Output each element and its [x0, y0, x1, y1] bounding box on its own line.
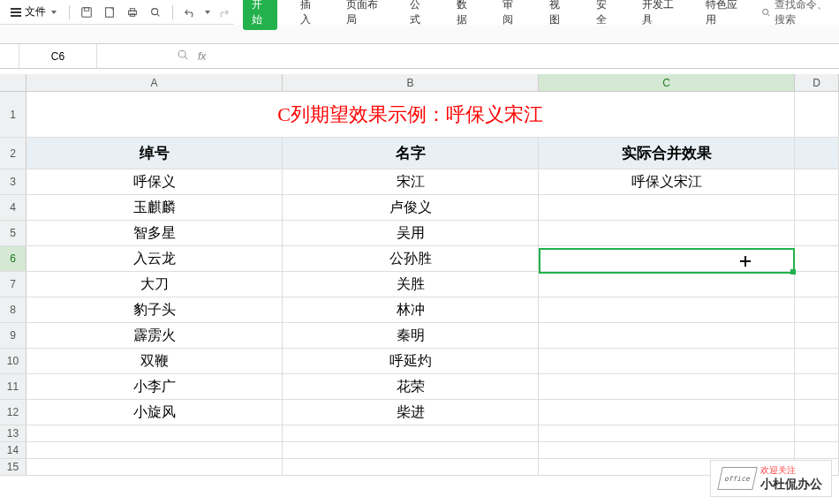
- cell-name[interactable]: 卢俊义: [283, 195, 539, 220]
- row-header[interactable]: 14: [0, 442, 26, 458]
- tab-special[interactable]: 特色应用: [699, 0, 745, 31]
- cell-empty[interactable]: [795, 374, 839, 399]
- cell-result[interactable]: [539, 323, 795, 348]
- col-header-B[interactable]: B: [283, 74, 539, 91]
- row-header[interactable]: 11: [0, 374, 26, 399]
- cell-nickname[interactable]: 霹雳火: [26, 323, 283, 348]
- cell-result[interactable]: [539, 221, 795, 245]
- cell-nickname[interactable]: 大刀: [26, 272, 283, 297]
- file-menu-button[interactable]: 文件: [5, 3, 62, 21]
- cell-empty[interactable]: [795, 297, 839, 322]
- row-header[interactable]: 15: [0, 459, 26, 475]
- tab-review[interactable]: 审阅: [495, 0, 526, 31]
- cell-name[interactable]: 呼延灼: [283, 349, 539, 373]
- cell-nickname[interactable]: 小李广: [26, 374, 283, 399]
- tab-developer[interactable]: 开发工具: [635, 0, 682, 31]
- header-nickname[interactable]: 绰号: [26, 138, 283, 169]
- print-preview-button[interactable]: [100, 3, 119, 22]
- cell-empty[interactable]: [539, 425, 795, 441]
- cell-nickname[interactable]: 入云龙: [26, 246, 283, 271]
- tab-page-layout[interactable]: 页面布局: [339, 0, 386, 31]
- cell-name[interactable]: 柴进: [283, 400, 539, 425]
- cancel-formula-icon[interactable]: [177, 49, 189, 64]
- cell-name[interactable]: 宋江: [283, 169, 539, 194]
- cell-empty[interactable]: [26, 459, 283, 475]
- cell-D1[interactable]: [795, 92, 839, 137]
- col-header-C[interactable]: C: [539, 74, 795, 91]
- cell-result[interactable]: [539, 195, 795, 220]
- cell-name[interactable]: 秦明: [283, 323, 539, 348]
- row-header[interactable]: 12: [0, 400, 26, 425]
- col-header-A[interactable]: A: [26, 74, 283, 91]
- tab-view[interactable]: 视图: [542, 0, 573, 31]
- cell-empty[interactable]: [283, 442, 539, 458]
- redo-button[interactable]: [214, 3, 233, 22]
- cell-empty[interactable]: [283, 425, 539, 441]
- row-header[interactable]: 9: [0, 323, 26, 348]
- tab-insert[interactable]: 插入: [293, 0, 324, 31]
- tab-data[interactable]: 数据: [450, 0, 480, 31]
- cell-empty[interactable]: [795, 425, 839, 441]
- cell-nickname[interactable]: 玉麒麟: [26, 195, 283, 220]
- cell-nickname[interactable]: 双鞭: [26, 349, 283, 373]
- preview-button[interactable]: [146, 3, 165, 22]
- row-header[interactable]: 7: [0, 272, 26, 297]
- cell-result[interactable]: [539, 297, 795, 322]
- cell-empty[interactable]: [795, 246, 839, 271]
- cell-empty[interactable]: [795, 169, 839, 194]
- row-header-2[interactable]: 2: [0, 138, 26, 169]
- row-header[interactable]: 5: [0, 221, 26, 245]
- cell-empty[interactable]: [26, 425, 283, 441]
- header-result[interactable]: 实际合并效果: [539, 138, 795, 169]
- cell-nickname[interactable]: 呼保义: [26, 169, 283, 194]
- print-button[interactable]: [123, 3, 142, 22]
- name-box[interactable]: [32, 50, 85, 63]
- cell-name[interactable]: 公孙胜: [283, 246, 539, 271]
- cell-name[interactable]: 林冲: [283, 297, 539, 322]
- cell-nickname[interactable]: 豹子头: [26, 297, 283, 322]
- cell-empty[interactable]: [795, 221, 839, 245]
- row-header[interactable]: 13: [0, 425, 26, 441]
- grid[interactable]: 1 C列期望效果示例：呼保义宋江 2 绰号 名字 实际合并效果 3呼保义宋江呼保…: [0, 92, 839, 476]
- fx-icon[interactable]: fx: [198, 50, 206, 63]
- row-header[interactable]: 6: [0, 246, 26, 271]
- formula-input[interactable]: [216, 44, 839, 68]
- cell-empty[interactable]: [283, 459, 539, 475]
- title-merged-cell[interactable]: C列期望效果示例：呼保义宋江: [26, 92, 795, 137]
- cell-empty[interactable]: [795, 195, 839, 220]
- cell-empty[interactable]: [795, 442, 839, 458]
- cell-result[interactable]: [539, 400, 795, 425]
- save-button[interactable]: [77, 3, 96, 22]
- cell-D2[interactable]: [795, 138, 839, 169]
- row-header[interactable]: 4: [0, 195, 26, 220]
- cell-result[interactable]: [539, 272, 795, 297]
- cell-result[interactable]: [539, 246, 795, 271]
- cell-empty[interactable]: [26, 442, 283, 458]
- cell-name[interactable]: 吴用: [283, 221, 539, 245]
- cell-empty[interactable]: [795, 400, 839, 425]
- cell-result[interactable]: [539, 349, 795, 373]
- row-header[interactable]: 8: [0, 297, 26, 322]
- cell-empty[interactable]: [795, 323, 839, 348]
- cell-result[interactable]: 呼保义宋江: [539, 169, 795, 194]
- row-header[interactable]: 3: [0, 169, 26, 194]
- undo-button[interactable]: [180, 3, 200, 22]
- cell-empty[interactable]: [795, 272, 839, 297]
- undo-dropdown-icon[interactable]: [205, 11, 210, 14]
- cell-nickname[interactable]: 小旋风: [26, 400, 283, 425]
- tab-home[interactable]: 开始: [243, 0, 277, 30]
- tab-security[interactable]: 安全: [589, 0, 620, 31]
- header-name[interactable]: 名字: [283, 138, 539, 169]
- cell-result[interactable]: [539, 374, 795, 399]
- cell-empty[interactable]: [539, 442, 795, 458]
- row-header-1[interactable]: 1: [0, 92, 26, 137]
- cell-name[interactable]: 花荣: [283, 374, 539, 399]
- cell-name[interactable]: 关胜: [283, 272, 539, 297]
- row-header[interactable]: 10: [0, 349, 26, 373]
- col-header-D[interactable]: D: [795, 74, 839, 91]
- select-all-corner[interactable]: [0, 74, 26, 91]
- command-search[interactable]: 查找命令、搜索: [761, 0, 839, 27]
- tab-formulas[interactable]: 公式: [403, 0, 434, 31]
- cell-nickname[interactable]: 智多星: [26, 221, 283, 245]
- cell-empty[interactable]: [795, 349, 839, 373]
